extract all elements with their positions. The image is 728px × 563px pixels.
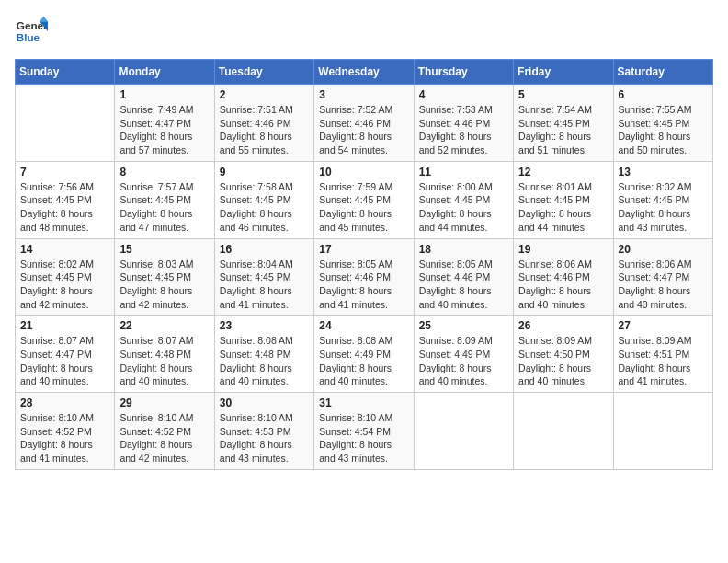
day-info: Sunrise: 7:55 AM Sunset: 4:45 PM Dayligh… xyxy=(619,103,708,157)
calendar-cell: 2Sunrise: 7:51 AM Sunset: 4:46 PM Daylig… xyxy=(214,85,313,162)
calendar-cell: 1Sunrise: 7:49 AM Sunset: 4:47 PM Daylig… xyxy=(115,85,214,162)
day-info: Sunrise: 8:08 AM Sunset: 4:48 PM Dayligh… xyxy=(220,334,309,388)
page-header: General Blue xyxy=(15,15,713,48)
day-info: Sunrise: 8:08 AM Sunset: 4:49 PM Dayligh… xyxy=(319,334,408,388)
day-info: Sunrise: 8:04 AM Sunset: 4:45 PM Dayligh… xyxy=(220,258,309,312)
day-number: 13 xyxy=(619,166,708,178)
calendar-cell: 16Sunrise: 8:04 AM Sunset: 4:45 PM Dayli… xyxy=(214,238,313,316)
day-number: 6 xyxy=(619,88,708,101)
day-info: Sunrise: 8:06 AM Sunset: 4:46 PM Dayligh… xyxy=(518,258,608,312)
day-number: 28 xyxy=(20,396,109,409)
calendar-cell xyxy=(414,393,513,470)
calendar-cell: 29Sunrise: 8:10 AM Sunset: 4:52 PM Dayli… xyxy=(115,393,214,470)
day-info: Sunrise: 8:05 AM Sunset: 4:46 PM Dayligh… xyxy=(419,258,508,312)
day-number: 12 xyxy=(518,166,608,178)
calendar-cell: 21Sunrise: 8:07 AM Sunset: 4:47 PM Dayli… xyxy=(16,316,115,393)
calendar-cell xyxy=(16,85,115,162)
col-header-friday: Friday xyxy=(514,60,613,85)
day-info: Sunrise: 7:59 AM Sunset: 4:45 PM Dayligh… xyxy=(319,180,408,235)
day-number: 21 xyxy=(20,319,109,332)
calendar-week-0: 1Sunrise: 7:49 AM Sunset: 4:47 PM Daylig… xyxy=(16,85,713,162)
day-number: 23 xyxy=(220,319,309,332)
day-info: Sunrise: 8:02 AM Sunset: 4:45 PM Dayligh… xyxy=(619,180,708,235)
day-number: 22 xyxy=(119,319,209,332)
calendar-cell: 23Sunrise: 8:08 AM Sunset: 4:48 PM Dayli… xyxy=(214,316,313,393)
day-number: 31 xyxy=(319,396,408,409)
day-number: 29 xyxy=(119,396,209,409)
calendar-cell: 24Sunrise: 8:08 AM Sunset: 4:49 PM Dayli… xyxy=(314,316,414,393)
calendar-week-4: 28Sunrise: 8:10 AM Sunset: 4:52 PM Dayli… xyxy=(16,393,713,470)
calendar-cell: 3Sunrise: 7:52 AM Sunset: 4:46 PM Daylig… xyxy=(314,85,414,162)
day-info: Sunrise: 8:05 AM Sunset: 4:46 PM Dayligh… xyxy=(319,258,408,312)
day-info: Sunrise: 8:10 AM Sunset: 4:52 PM Dayligh… xyxy=(20,411,109,465)
day-info: Sunrise: 8:00 AM Sunset: 4:45 PM Dayligh… xyxy=(419,180,508,235)
calendar-cell: 22Sunrise: 8:07 AM Sunset: 4:48 PM Dayli… xyxy=(115,316,214,393)
day-number: 20 xyxy=(619,243,708,256)
calendar-header-row: SundayMondayTuesdayWednesdayThursdayFrid… xyxy=(16,60,713,85)
calendar-cell: 7Sunrise: 7:56 AM Sunset: 4:45 PM Daylig… xyxy=(16,161,115,238)
calendar-cell: 10Sunrise: 7:59 AM Sunset: 4:45 PM Dayli… xyxy=(314,161,414,238)
calendar-cell xyxy=(613,393,712,470)
day-number: 2 xyxy=(220,88,309,101)
calendar-cell: 25Sunrise: 8:09 AM Sunset: 4:49 PM Dayli… xyxy=(414,316,513,393)
day-info: Sunrise: 8:09 AM Sunset: 4:50 PM Dayligh… xyxy=(518,334,608,388)
day-number: 10 xyxy=(319,166,408,178)
day-info: Sunrise: 7:56 AM Sunset: 4:45 PM Dayligh… xyxy=(20,180,109,235)
day-info: Sunrise: 8:03 AM Sunset: 4:45 PM Dayligh… xyxy=(119,258,209,312)
calendar-cell xyxy=(514,393,613,470)
day-number: 1 xyxy=(119,88,209,101)
calendar-cell: 9Sunrise: 7:58 AM Sunset: 4:45 PM Daylig… xyxy=(214,161,313,238)
day-info: Sunrise: 7:49 AM Sunset: 4:47 PM Dayligh… xyxy=(119,103,209,157)
col-header-saturday: Saturday xyxy=(613,60,712,85)
day-info: Sunrise: 7:53 AM Sunset: 4:46 PM Dayligh… xyxy=(419,103,508,157)
col-header-tuesday: Tuesday xyxy=(214,60,313,85)
day-info: Sunrise: 8:07 AM Sunset: 4:48 PM Dayligh… xyxy=(119,334,209,388)
calendar-cell: 26Sunrise: 8:09 AM Sunset: 4:50 PM Dayli… xyxy=(514,316,613,393)
col-header-monday: Monday xyxy=(115,60,214,85)
day-number: 17 xyxy=(319,243,408,256)
day-info: Sunrise: 8:09 AM Sunset: 4:51 PM Dayligh… xyxy=(619,334,708,388)
calendar-cell: 30Sunrise: 8:10 AM Sunset: 4:53 PM Dayli… xyxy=(214,393,313,470)
calendar-week-1: 7Sunrise: 7:56 AM Sunset: 4:45 PM Daylig… xyxy=(16,161,713,238)
day-info: Sunrise: 7:51 AM Sunset: 4:46 PM Dayligh… xyxy=(220,103,309,157)
day-number: 3 xyxy=(319,88,408,101)
day-number: 7 xyxy=(20,166,109,178)
day-number: 15 xyxy=(119,243,209,256)
day-info: Sunrise: 8:10 AM Sunset: 4:54 PM Dayligh… xyxy=(319,411,408,465)
day-info: Sunrise: 8:01 AM Sunset: 4:45 PM Dayligh… xyxy=(518,180,608,235)
day-info: Sunrise: 7:54 AM Sunset: 4:45 PM Dayligh… xyxy=(518,103,608,157)
day-number: 27 xyxy=(619,319,708,332)
calendar-cell: 11Sunrise: 8:00 AM Sunset: 4:45 PM Dayli… xyxy=(414,161,513,238)
day-info: Sunrise: 7:52 AM Sunset: 4:46 PM Dayligh… xyxy=(319,103,408,157)
col-header-thursday: Thursday xyxy=(414,60,513,85)
svg-text:Blue: Blue xyxy=(17,31,40,43)
day-info: Sunrise: 8:06 AM Sunset: 4:47 PM Dayligh… xyxy=(619,258,708,312)
calendar-cell: 17Sunrise: 8:05 AM Sunset: 4:46 PM Dayli… xyxy=(314,238,414,316)
calendar-week-3: 21Sunrise: 8:07 AM Sunset: 4:47 PM Dayli… xyxy=(16,316,713,393)
day-number: 8 xyxy=(119,166,209,178)
calendar-cell: 5Sunrise: 7:54 AM Sunset: 4:45 PM Daylig… xyxy=(514,85,613,162)
calendar-cell: 14Sunrise: 8:02 AM Sunset: 4:45 PM Dayli… xyxy=(16,238,115,316)
calendar-cell: 12Sunrise: 8:01 AM Sunset: 4:45 PM Dayli… xyxy=(514,161,613,238)
calendar-cell: 31Sunrise: 8:10 AM Sunset: 4:54 PM Dayli… xyxy=(314,393,414,470)
calendar-cell: 6Sunrise: 7:55 AM Sunset: 4:45 PM Daylig… xyxy=(613,85,712,162)
day-number: 9 xyxy=(220,166,309,178)
day-number: 5 xyxy=(518,88,608,101)
calendar-week-2: 14Sunrise: 8:02 AM Sunset: 4:45 PM Dayli… xyxy=(16,238,713,316)
day-info: Sunrise: 8:07 AM Sunset: 4:47 PM Dayligh… xyxy=(20,334,109,388)
calendar-cell: 18Sunrise: 8:05 AM Sunset: 4:46 PM Dayli… xyxy=(414,238,513,316)
logo: General Blue xyxy=(15,15,48,48)
calendar-cell: 19Sunrise: 8:06 AM Sunset: 4:46 PM Dayli… xyxy=(514,238,613,316)
day-number: 11 xyxy=(419,166,508,178)
day-info: Sunrise: 8:09 AM Sunset: 4:49 PM Dayligh… xyxy=(419,334,508,388)
day-info: Sunrise: 8:10 AM Sunset: 4:53 PM Dayligh… xyxy=(220,411,309,465)
calendar-cell: 15Sunrise: 8:03 AM Sunset: 4:45 PM Dayli… xyxy=(115,238,214,316)
calendar-cell: 8Sunrise: 7:57 AM Sunset: 4:45 PM Daylig… xyxy=(115,161,214,238)
day-number: 16 xyxy=(220,243,309,256)
calendar-table: SundayMondayTuesdayWednesdayThursdayFrid… xyxy=(15,59,713,470)
day-number: 24 xyxy=(319,319,408,332)
col-header-sunday: Sunday xyxy=(16,60,115,85)
day-info: Sunrise: 8:02 AM Sunset: 4:45 PM Dayligh… xyxy=(20,258,109,312)
calendar-cell: 28Sunrise: 8:10 AM Sunset: 4:52 PM Dayli… xyxy=(16,393,115,470)
day-number: 14 xyxy=(20,243,109,256)
